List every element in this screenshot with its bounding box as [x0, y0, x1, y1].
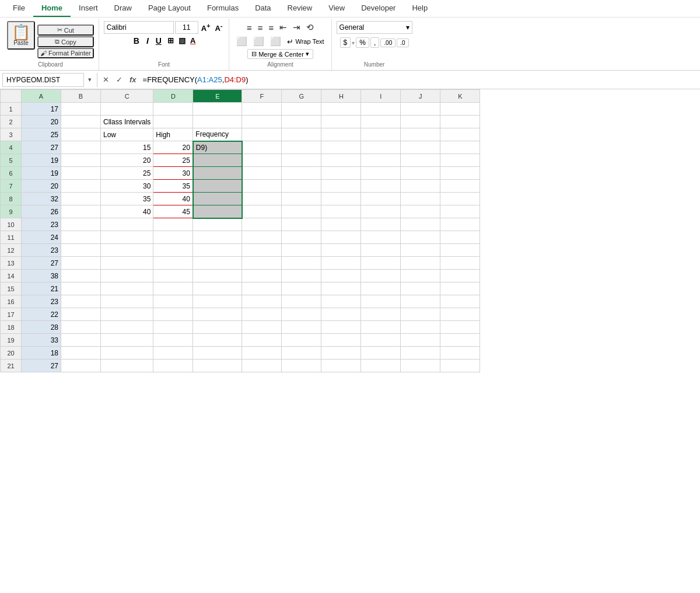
confirm-formula-button[interactable]: ✓	[113, 74, 125, 85]
cell-E11[interactable]	[193, 231, 242, 244]
cell-J4[interactable]	[401, 141, 440, 154]
underline-button[interactable]: U	[153, 36, 164, 46]
bold-button[interactable]: B	[131, 36, 142, 46]
cell-K11[interactable]	[440, 231, 480, 244]
cell-B16[interactable]	[61, 295, 101, 308]
cell-J8[interactable]	[401, 193, 440, 205]
cell-I9[interactable]	[361, 205, 401, 218]
cell-I17[interactable]	[361, 308, 401, 321]
tab-data[interactable]: Data	[247, 0, 279, 17]
cell-E21[interactable]	[193, 360, 242, 372]
cell-F6[interactable]	[242, 167, 282, 180]
name-box[interactable]	[2, 73, 84, 87]
cell-H4[interactable]	[321, 141, 361, 154]
col-header-B[interactable]: B	[61, 90, 101, 103]
font-color-button[interactable]: A	[188, 35, 197, 46]
cell-B15[interactable]	[61, 282, 101, 295]
cell-C16[interactable]	[101, 295, 153, 308]
cell-E12[interactable]	[193, 244, 242, 257]
cell-G21[interactable]	[282, 360, 321, 372]
row-header-7[interactable]: 7	[1, 180, 22, 193]
col-header-D[interactable]: D	[153, 90, 193, 103]
cell-D3[interactable]: High	[153, 128, 193, 141]
row-header-11[interactable]: 11	[1, 231, 22, 244]
comma-button[interactable]: ,	[370, 37, 379, 48]
cell-D5[interactable]: 25	[153, 154, 193, 167]
cell-J11[interactable]	[401, 231, 440, 244]
cell-G17[interactable]	[282, 308, 321, 321]
row-header-6[interactable]: 6	[1, 167, 22, 180]
cell-J16[interactable]	[401, 295, 440, 308]
cell-A12[interactable]: 23	[22, 244, 61, 257]
cell-D20[interactable]	[153, 347, 193, 360]
cell-C1[interactable]	[101, 103, 153, 116]
cell-E3[interactable]: Frequency	[193, 128, 242, 141]
cell-B19[interactable]	[61, 334, 101, 347]
cell-J2[interactable]	[401, 116, 440, 128]
cell-J18[interactable]	[401, 321, 440, 334]
cell-K18[interactable]	[440, 321, 480, 334]
cell-A15[interactable]: 21	[22, 282, 61, 295]
cell-G18[interactable]	[282, 321, 321, 334]
cell-H13[interactable]	[321, 257, 361, 270]
cell-A16[interactable]: 23	[22, 295, 61, 308]
cell-D17[interactable]	[153, 308, 193, 321]
cell-E4[interactable]: D9)	[193, 141, 242, 154]
cell-B10[interactable]	[61, 218, 101, 231]
cell-F15[interactable]	[242, 282, 282, 295]
cell-A18[interactable]: 28	[22, 321, 61, 334]
cell-C13[interactable]	[101, 257, 153, 270]
cell-J14[interactable]	[401, 270, 440, 282]
italic-button[interactable]: I	[144, 36, 152, 46]
copy-button[interactable]: ⧉ Copy	[37, 36, 94, 47]
cell-F7[interactable]	[242, 180, 282, 193]
cell-G4[interactable]	[282, 141, 321, 154]
cell-B11[interactable]	[61, 231, 101, 244]
cell-I10[interactable]	[361, 218, 401, 231]
tab-view[interactable]: View	[320, 0, 353, 17]
cell-F16[interactable]	[242, 295, 282, 308]
name-box-expand-button[interactable]: ▾	[85, 75, 94, 85]
row-header-19[interactable]: 19	[1, 334, 22, 347]
cell-C11[interactable]	[101, 231, 153, 244]
font-size-input[interactable]	[175, 21, 198, 34]
cell-B18[interactable]	[61, 321, 101, 334]
cell-J20[interactable]	[401, 347, 440, 360]
cell-I15[interactable]	[361, 282, 401, 295]
cell-C12[interactable]	[101, 244, 153, 257]
cell-C21[interactable]	[101, 360, 153, 372]
cell-G2[interactable]	[282, 116, 321, 128]
cell-H16[interactable]	[321, 295, 361, 308]
row-header-2[interactable]: 2	[1, 116, 22, 128]
cell-I18[interactable]	[361, 321, 401, 334]
cell-A17[interactable]: 22	[22, 308, 61, 321]
cell-H5[interactable]	[321, 154, 361, 167]
increase-font-button[interactable]: A+	[200, 21, 212, 34]
cell-F14[interactable]	[242, 270, 282, 282]
cell-F18[interactable]	[242, 321, 282, 334]
cell-D4[interactable]: 20	[153, 141, 193, 154]
align-center-button[interactable]: ⬜	[251, 35, 267, 48]
cell-E18[interactable]	[193, 321, 242, 334]
cell-D19[interactable]	[153, 334, 193, 347]
cell-H3[interactable]	[321, 128, 361, 141]
cell-G13[interactable]	[282, 257, 321, 270]
cell-K3[interactable]	[440, 128, 480, 141]
cell-K5[interactable]	[440, 154, 480, 167]
cell-I14[interactable]	[361, 270, 401, 282]
cell-B3[interactable]	[61, 128, 101, 141]
cell-J3[interactable]	[401, 128, 440, 141]
cell-E20[interactable]	[193, 347, 242, 360]
row-header-15[interactable]: 15	[1, 282, 22, 295]
cell-B8[interactable]	[61, 193, 101, 205]
cell-K10[interactable]	[440, 218, 480, 231]
cell-I6[interactable]	[361, 167, 401, 180]
merge-center-button[interactable]: ⊟ Merge & Center ▾	[247, 49, 313, 59]
cell-K2[interactable]	[440, 116, 480, 128]
cell-C3[interactable]: Low	[101, 128, 153, 141]
row-header-8[interactable]: 8	[1, 193, 22, 205]
cell-C6[interactable]: 25	[101, 167, 153, 180]
cell-K6[interactable]	[440, 167, 480, 180]
cell-D13[interactable]	[153, 257, 193, 270]
cell-A4[interactable]: 27	[22, 141, 61, 154]
